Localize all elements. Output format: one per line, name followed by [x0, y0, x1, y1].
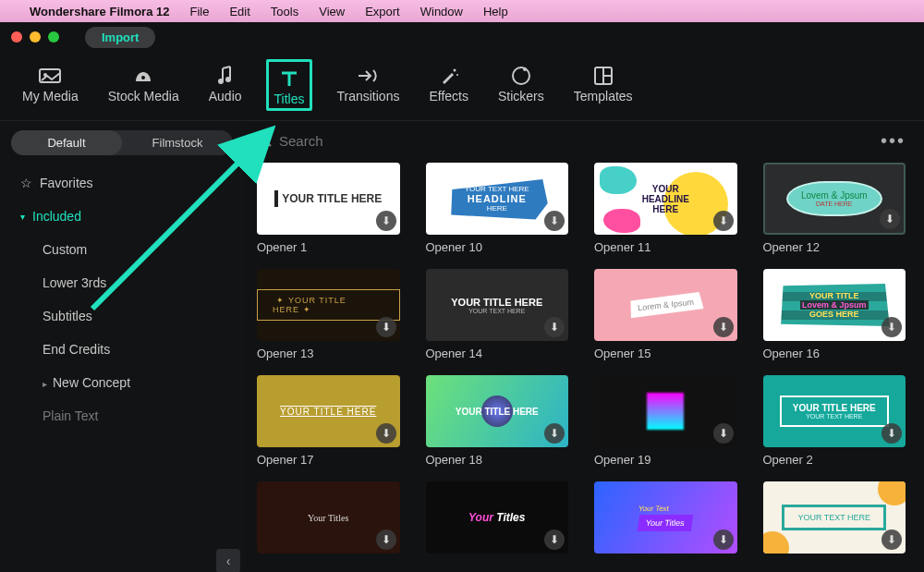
- download-icon[interactable]: ⬇: [376, 423, 396, 444]
- preset-thumbnail[interactable]: YOUR TITLELovem & JpsumGOES HERE ⬇: [763, 269, 906, 341]
- preset-card[interactable]: Lovem & JpsumDATE HERE ⬇ Opener 12: [763, 163, 906, 254]
- download-icon[interactable]: ⬇: [713, 317, 734, 337]
- tab-audio[interactable]: Audio: [203, 59, 248, 111]
- menu-help[interactable]: Help: [483, 5, 508, 18]
- seg-default[interactable]: Default: [11, 130, 122, 155]
- preset-thumbnail[interactable]: ⬇: [594, 375, 737, 447]
- import-button[interactable]: Import: [85, 27, 155, 48]
- preset-card[interactable]: YOUR TITLE HERE ⬇ Opener 13: [257, 269, 400, 360]
- tab-label: Titles: [274, 91, 305, 106]
- preset-card[interactable]: YOUR TITLE HEREYOUR TEXT HERE ⬇ Opener 1…: [426, 269, 569, 360]
- preset-thumbnail[interactable]: Your Titles ⬇: [257, 481, 400, 554]
- download-icon[interactable]: ⬇: [544, 211, 565, 231]
- menu-view[interactable]: View: [319, 5, 345, 18]
- preset-thumbnail[interactable]: YOURHEADLINEHERE ⬇: [594, 163, 737, 235]
- menu-tools[interactable]: Tools: [271, 5, 298, 18]
- menu-export[interactable]: Export: [365, 5, 400, 18]
- templates-icon: [592, 65, 614, 87]
- preset-thumbnail[interactable]: Lorem & Ipsum ⬇: [594, 269, 737, 341]
- more-options-button[interactable]: •••: [875, 130, 911, 152]
- preset-card[interactable]: Your Titles ⬇: [257, 481, 400, 554]
- preset-card[interactable]: YOUR TEXT HERE ⬇: [763, 481, 906, 554]
- preset-card[interactable]: YOUR TITLE HEREYOUR TEXT HERE ⬇ Opener 2: [763, 375, 906, 467]
- download-icon[interactable]: ⬇: [881, 423, 902, 444]
- svg-point-12: [259, 134, 268, 143]
- window-minimize-button[interactable]: [30, 31, 41, 43]
- caret-down-icon: ▾: [20, 212, 25, 222]
- app-name[interactable]: Wondershare Filmora 12: [30, 5, 169, 18]
- download-icon[interactable]: ⬇: [713, 529, 734, 550]
- preset-thumbnail[interactable]: YOUR TEXT HEREHEADLINEHERE ⬇: [426, 163, 569, 235]
- sidebar-collapse-button[interactable]: ‹: [216, 549, 240, 572]
- preset-card[interactable]: ⬇ Opener 19: [594, 375, 737, 467]
- tab-titles[interactable]: Titles: [266, 59, 313, 111]
- thumb-text: DATE HERE: [801, 201, 868, 207]
- sidebar-item-new-concept[interactable]: New Concept: [7, 366, 237, 399]
- preset-card[interactable]: Lorem & Ipsum ⬇ Opener 15: [594, 269, 737, 360]
- download-icon[interactable]: ⬇: [376, 317, 396, 337]
- sidebar-item-lower-3rds[interactable]: Lower 3rds: [7, 266, 237, 299]
- sidebar-favorites[interactable]: ☆ Favorites: [7, 166, 237, 200]
- download-icon[interactable]: ⬇: [544, 423, 565, 444]
- preset-thumbnail[interactable]: Lovem & JpsumDATE HERE ⬇: [763, 163, 906, 235]
- download-icon[interactable]: ⬇: [376, 529, 396, 550]
- preset-card[interactable]: YOUR TITLE HERE ⬇ Opener 1: [257, 163, 400, 254]
- preset-thumbnail[interactable]: Your Your TitlesTitles ⬇: [426, 481, 569, 554]
- star-icon: ☆: [20, 176, 32, 190]
- thumb-text: YOUR TITLE HERE: [280, 407, 376, 417]
- menu-file[interactable]: File: [189, 5, 209, 18]
- download-icon[interactable]: ⬇: [713, 423, 734, 444]
- tab-templates[interactable]: Templates: [568, 59, 638, 111]
- window-close-button[interactable]: [11, 31, 22, 43]
- content-panel: ••• YOUR TITLE HERE ⬇ Opener 1 YOUR TEXT…: [244, 121, 924, 572]
- seg-filmstock[interactable]: Filmstock: [122, 130, 233, 155]
- thumb-text: YOUR TEXT HERE: [465, 185, 529, 193]
- preset-thumbnail[interactable]: YOUR TEXT HERE ⬇: [763, 481, 906, 554]
- preset-card[interactable]: YOUR TITLELovem & JpsumGOES HERE ⬇ Opene…: [763, 269, 906, 360]
- tab-transitions[interactable]: Transitions: [331, 59, 405, 111]
- preset-thumbnail[interactable]: YOUR TITLE HERE ⬇: [257, 163, 400, 235]
- preset-card[interactable]: Your TextYour Titles ⬇: [594, 481, 737, 554]
- tab-effects[interactable]: Effects: [423, 59, 474, 111]
- sidebar-item-custom[interactable]: Custom: [7, 233, 237, 266]
- sidebar-included[interactable]: ▾ Included: [7, 200, 237, 233]
- main-tabs: My Media Stock Media Audio Titles Transi…: [0, 52, 924, 121]
- download-icon[interactable]: ⬇: [713, 211, 734, 231]
- download-icon[interactable]: ⬇: [880, 209, 900, 229]
- tab-my-media[interactable]: My Media: [17, 59, 84, 111]
- tab-label: Transitions: [336, 89, 399, 103]
- download-icon[interactable]: ⬇: [881, 529, 902, 550]
- download-icon[interactable]: ⬇: [544, 529, 565, 550]
- download-icon[interactable]: ⬇: [544, 317, 565, 337]
- title-presets-grid[interactable]: YOUR TITLE HERE ⬇ Opener 1 YOUR TEXT HER…: [257, 163, 911, 557]
- preset-thumbnail[interactable]: YOUR TITLE HERE ⬇: [426, 375, 569, 447]
- menu-edit[interactable]: Edit: [229, 5, 249, 18]
- preset-thumbnail[interactable]: YOUR TITLE HERE ⬇: [257, 375, 400, 447]
- preset-thumbnail[interactable]: YOUR TITLE HERE ⬇: [257, 269, 400, 341]
- search-input[interactable]: [279, 133, 868, 149]
- preset-thumbnail[interactable]: Your TextYour Titles ⬇: [594, 481, 737, 554]
- stock-media-icon: [132, 65, 154, 87]
- window-zoom-button[interactable]: [48, 31, 59, 43]
- download-icon[interactable]: ⬇: [881, 317, 902, 337]
- titles-icon: [278, 67, 300, 90]
- preset-thumbnail[interactable]: YOUR TITLE HEREYOUR TEXT HERE ⬇: [426, 269, 569, 341]
- thumb-text: YOUR TITLE HERE: [793, 403, 876, 413]
- preset-card[interactable]: YOUR TITLE HERE ⬇ Opener 18: [426, 375, 569, 467]
- svg-point-3: [218, 79, 224, 84]
- preset-card[interactable]: YOUR TITLE HERE ⬇ Opener 17: [257, 375, 400, 467]
- preset-card[interactable]: Your Your TitlesTitles ⬇: [426, 481, 569, 554]
- sidebar-item-end-credits[interactable]: End Credits: [7, 333, 237, 366]
- menu-window[interactable]: Window: [420, 5, 463, 18]
- preset-card[interactable]: YOURHEADLINEHERE ⬇ Opener 11: [594, 163, 737, 254]
- sidebar-item-plain-text[interactable]: Plain Text: [7, 399, 237, 432]
- thumb-text: Lovem & Jpsum: [800, 300, 869, 310]
- sidebar-item-subtitles[interactable]: Subtitles: [7, 299, 237, 333]
- tab-stickers[interactable]: Stickers: [492, 59, 550, 111]
- preset-thumbnail[interactable]: YOUR TITLE HEREYOUR TEXT HERE ⬇: [763, 375, 906, 447]
- download-icon[interactable]: ⬇: [376, 211, 396, 231]
- thumb-text: YOUR: [652, 184, 679, 194]
- svg-point-5: [453, 69, 456, 72]
- tab-stock-media[interactable]: Stock Media: [103, 59, 185, 111]
- preset-card[interactable]: YOUR TEXT HEREHEADLINEHERE ⬇ Opener 10: [426, 163, 569, 254]
